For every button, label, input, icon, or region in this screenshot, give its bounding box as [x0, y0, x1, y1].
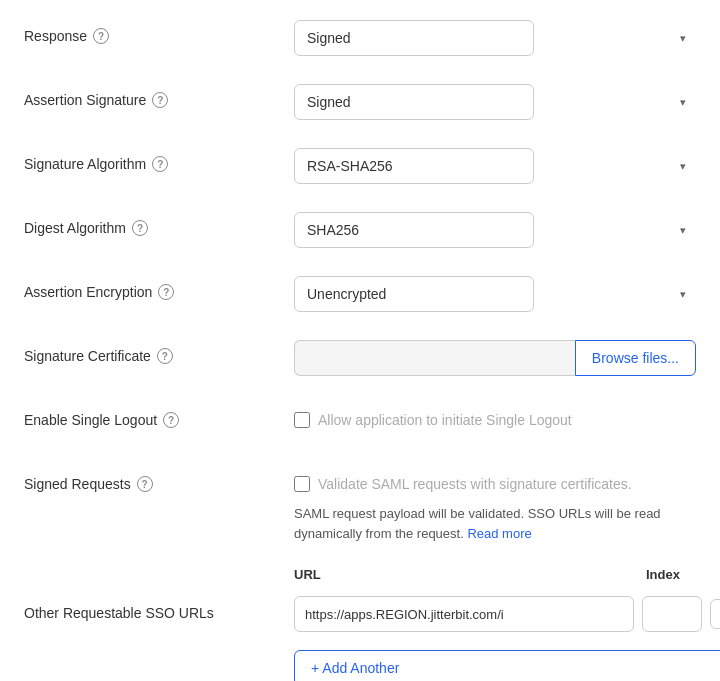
- response-help-icon[interactable]: ?: [93, 28, 109, 44]
- assertion-signature-select-wrapper: Signed Unsigned ▾: [294, 84, 696, 120]
- index-column-header: Index: [646, 567, 680, 582]
- url-input-row: ✕: [294, 596, 720, 632]
- digest-algorithm-control: SHA256 SHA1 SHA512 ▾: [294, 212, 696, 248]
- digest-algorithm-select-wrapper: SHA256 SHA1 SHA512 ▾: [294, 212, 696, 248]
- response-select-wrapper: Signed Unsigned ▾: [294, 20, 696, 56]
- enable-single-logout-label-col: Enable Single Logout ?: [24, 404, 294, 428]
- enable-single-logout-label: Enable Single Logout: [24, 412, 157, 428]
- url-input[interactable]: [294, 596, 634, 632]
- index-input[interactable]: [642, 596, 702, 632]
- assertion-encryption-control: Unencrypted Encrypted ▾: [294, 276, 696, 312]
- digest-algorithm-row: Digest Algorithm ? SHA256 SHA1 SHA512 ▾: [24, 212, 696, 252]
- digest-algorithm-label: Digest Algorithm: [24, 220, 126, 236]
- signature-algorithm-label: Signature Algorithm: [24, 156, 146, 172]
- url-headers: URL Index: [294, 567, 720, 582]
- signature-algorithm-label-col: Signature Algorithm ?: [24, 148, 294, 172]
- signed-requests-label-col: Signed Requests ?: [24, 468, 294, 492]
- response-select-arrow-icon: ▾: [680, 32, 686, 45]
- assertion-encryption-select[interactable]: Unencrypted Encrypted: [294, 276, 534, 312]
- signed-requests-help-icon[interactable]: ?: [137, 476, 153, 492]
- signature-algorithm-control: RSA-SHA256 RSA-SHA1 RSA-SHA512 ▾: [294, 148, 696, 184]
- assertion-signature-help-icon[interactable]: ?: [152, 92, 168, 108]
- response-select[interactable]: Signed Unsigned: [294, 20, 534, 56]
- signature-algorithm-row: Signature Algorithm ? RSA-SHA256 RSA-SHA…: [24, 148, 696, 188]
- signature-algorithm-help-icon[interactable]: ?: [152, 156, 168, 172]
- assertion-signature-row: Assertion Signature ? Signed Unsigned ▾: [24, 84, 696, 124]
- signature-certificate-input[interactable]: [294, 340, 575, 376]
- assertion-encryption-row: Assertion Encryption ? Unencrypted Encry…: [24, 276, 696, 316]
- enable-single-logout-checkbox-label: Allow application to initiate Single Log…: [318, 412, 572, 428]
- assertion-signature-control: Signed Unsigned ▾: [294, 84, 696, 120]
- signed-requests-checkbox[interactable]: [294, 476, 310, 492]
- signed-requests-checkbox-label: Validate SAML requests with signature ce…: [318, 476, 632, 492]
- digest-algorithm-select-arrow-icon: ▾: [680, 224, 686, 237]
- assertion-encryption-help-icon[interactable]: ?: [158, 284, 174, 300]
- response-label-col: Response ?: [24, 20, 294, 44]
- assertion-signature-label-col: Assertion Signature ?: [24, 84, 294, 108]
- assertion-encryption-select-arrow-icon: ▾: [680, 288, 686, 301]
- response-control: Signed Unsigned ▾: [294, 20, 696, 56]
- read-more-link[interactable]: Read more: [467, 526, 531, 541]
- assertion-signature-select-arrow-icon: ▾: [680, 96, 686, 109]
- signed-requests-checkbox-row: Validate SAML requests with signature ce…: [294, 468, 696, 492]
- signature-certificate-label-col: Signature Certificate ?: [24, 340, 294, 364]
- signature-certificate-help-icon[interactable]: ?: [157, 348, 173, 364]
- assertion-signature-label: Assertion Signature: [24, 92, 146, 108]
- enable-single-logout-checkbox[interactable]: [294, 412, 310, 428]
- url-column-header: URL: [294, 567, 634, 582]
- signature-algorithm-select[interactable]: RSA-SHA256 RSA-SHA1 RSA-SHA512: [294, 148, 534, 184]
- signed-requests-label: Signed Requests: [24, 476, 131, 492]
- signature-algorithm-select-wrapper: RSA-SHA256 RSA-SHA1 RSA-SHA512 ▾: [294, 148, 696, 184]
- signature-algorithm-select-arrow-icon: ▾: [680, 160, 686, 173]
- other-sso-urls-control: URL Index ✕ + Add Another: [294, 567, 720, 681]
- enable-single-logout-help-icon[interactable]: ?: [163, 412, 179, 428]
- digest-algorithm-help-icon[interactable]: ?: [132, 220, 148, 236]
- response-label: Response: [24, 28, 87, 44]
- signed-requests-control: Validate SAML requests with signature ce…: [294, 468, 696, 543]
- digest-algorithm-label-col: Digest Algorithm ?: [24, 212, 294, 236]
- browse-files-button[interactable]: Browse files...: [575, 340, 696, 376]
- signed-requests-row: Signed Requests ? Validate SAML requests…: [24, 468, 696, 543]
- other-sso-urls-label: Other Requestable SSO URLs: [24, 605, 214, 621]
- assertion-signature-select[interactable]: Signed Unsigned: [294, 84, 534, 120]
- digest-algorithm-select[interactable]: SHA256 SHA1 SHA512: [294, 212, 534, 248]
- signature-certificate-row: Signature Certificate ? Browse files...: [24, 340, 696, 380]
- remove-url-button[interactable]: ✕: [710, 599, 720, 629]
- assertion-encryption-select-wrapper: Unencrypted Encrypted ▾: [294, 276, 696, 312]
- add-another-button[interactable]: + Add Another: [294, 650, 720, 681]
- saml-note: SAML request payload will be validated. …: [294, 504, 696, 543]
- file-input-row: Browse files...: [294, 340, 696, 376]
- enable-single-logout-row: Enable Single Logout ? Allow application…: [24, 404, 696, 444]
- enable-single-logout-control: Allow application to initiate Single Log…: [294, 404, 696, 428]
- response-row: Response ? Signed Unsigned ▾: [24, 20, 696, 60]
- enable-single-logout-checkbox-row: Allow application to initiate Single Log…: [294, 404, 696, 428]
- assertion-encryption-label: Assertion Encryption: [24, 284, 152, 300]
- signature-certificate-control: Browse files...: [294, 340, 696, 376]
- signature-certificate-label: Signature Certificate: [24, 348, 151, 364]
- assertion-encryption-label-col: Assertion Encryption ?: [24, 276, 294, 300]
- other-sso-urls-row: Other Requestable SSO URLs URL Index ✕ +…: [24, 567, 696, 681]
- other-sso-urls-label-col: Other Requestable SSO URLs: [24, 567, 294, 621]
